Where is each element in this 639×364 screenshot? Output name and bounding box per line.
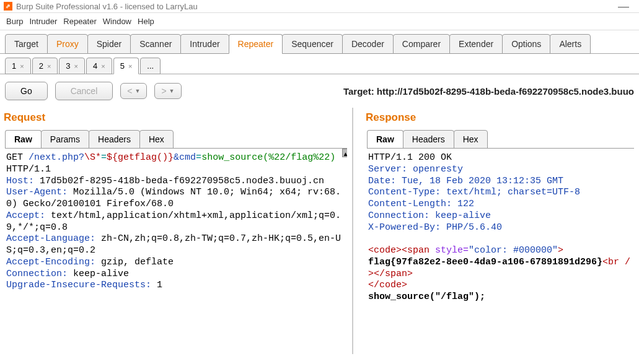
- scrollbar[interactable]: ▴: [342, 149, 347, 295]
- repeater-tab-5[interactable]: 5×: [113, 58, 139, 74]
- tab-target[interactable]: Target: [5, 34, 48, 54]
- repeater-tab-1[interactable]: 1×: [5, 58, 31, 74]
- tab-extender[interactable]: Extender: [449, 34, 503, 54]
- tab-repeater[interactable]: Repeater: [229, 34, 283, 54]
- tab-proxy[interactable]: Proxy: [47, 34, 88, 54]
- menu-repeater[interactable]: Repeater: [63, 17, 96, 26]
- response-raw-viewer[interactable]: HTTP/1.1 200 OK Server: openresty Date: …: [367, 148, 634, 307]
- history-forward-button[interactable]: >▼: [154, 83, 181, 99]
- request-tab-hex[interactable]: Hex: [139, 130, 174, 149]
- menu-intruder[interactable]: Intruder: [29, 17, 57, 26]
- close-icon[interactable]: ×: [101, 63, 105, 70]
- history-back-button[interactable]: <▼: [120, 83, 147, 99]
- window-title: Burp Suite Professional v1.6 - licensed …: [16, 2, 618, 11]
- request-tab-headers[interactable]: Headers: [89, 130, 140, 149]
- response-tab-raw[interactable]: Raw: [367, 130, 403, 149]
- action-row: Go Cancel <▼ >▼ Target: http://17d5b02f-…: [0, 74, 639, 108]
- scroll-up-icon[interactable]: ▴: [342, 149, 347, 157]
- go-button[interactable]: Go: [5, 82, 48, 100]
- menu-window[interactable]: Window: [103, 17, 131, 26]
- repeater-tab-3[interactable]: 3×: [59, 58, 85, 74]
- request-raw-editor[interactable]: GET /next.php?\S*=${getflag()}&cmd=show_…: [5, 148, 347, 295]
- repeater-tab-4[interactable]: 4×: [86, 58, 112, 74]
- tab-sequencer[interactable]: Sequencer: [282, 34, 343, 54]
- menu-burp[interactable]: Burp: [6, 17, 23, 26]
- tab-spider[interactable]: Spider: [87, 34, 131, 54]
- request-tabs: Raw Params Headers Hex: [0, 130, 352, 149]
- repeater-tab-more[interactable]: ...: [140, 58, 161, 74]
- menu-help[interactable]: Help: [138, 17, 154, 26]
- tool-tabs: Target Proxy Spider Scanner Intruder Rep…: [0, 30, 639, 54]
- request-title: Request: [0, 108, 352, 130]
- close-icon[interactable]: ×: [20, 63, 24, 70]
- tab-decoder[interactable]: Decoder: [342, 34, 394, 54]
- minimize-button[interactable]: —: [618, 0, 635, 13]
- tab-options[interactable]: Options: [502, 34, 550, 54]
- tab-intruder[interactable]: Intruder: [180, 34, 229, 54]
- close-icon[interactable]: ×: [74, 63, 78, 70]
- titlebar: ⇗ Burp Suite Professional v1.6 - license…: [0, 0, 639, 12]
- chevron-down-icon: ▼: [134, 88, 140, 94]
- tab-alerts[interactable]: Alerts: [550, 34, 591, 54]
- cancel-button[interactable]: Cancel: [55, 82, 113, 100]
- app-logo-icon: ⇗: [4, 2, 12, 11]
- repeater-tab-2[interactable]: 2×: [32, 58, 58, 74]
- request-tab-params[interactable]: Params: [41, 130, 89, 149]
- menubar: Burp Intruder Repeater Window Help: [0, 12, 639, 30]
- tab-scanner[interactable]: Scanner: [130, 34, 181, 54]
- response-pane: Response Raw Headers Hex HTTP/1.1 200 OK…: [353, 108, 639, 354]
- repeater-sub-tabs: 1× 2× 3× 4× 5× ...: [0, 54, 639, 74]
- tab-comparer[interactable]: Comparer: [393, 34, 450, 54]
- request-tab-raw[interactable]: Raw: [5, 130, 42, 149]
- request-pane: Request Raw Params Headers Hex GET /next…: [0, 108, 353, 354]
- close-icon[interactable]: ×: [128, 63, 132, 70]
- response-title: Response: [362, 108, 639, 130]
- response-tab-headers[interactable]: Headers: [403, 130, 454, 149]
- response-tabs: Raw Headers Hex: [362, 130, 639, 149]
- chevron-down-icon: ▼: [169, 88, 175, 94]
- close-icon[interactable]: ×: [47, 63, 51, 70]
- response-tab-hex[interactable]: Hex: [454, 130, 488, 149]
- target-label: Target: http://17d5b02f-8295-418b-beda-f…: [343, 86, 634, 97]
